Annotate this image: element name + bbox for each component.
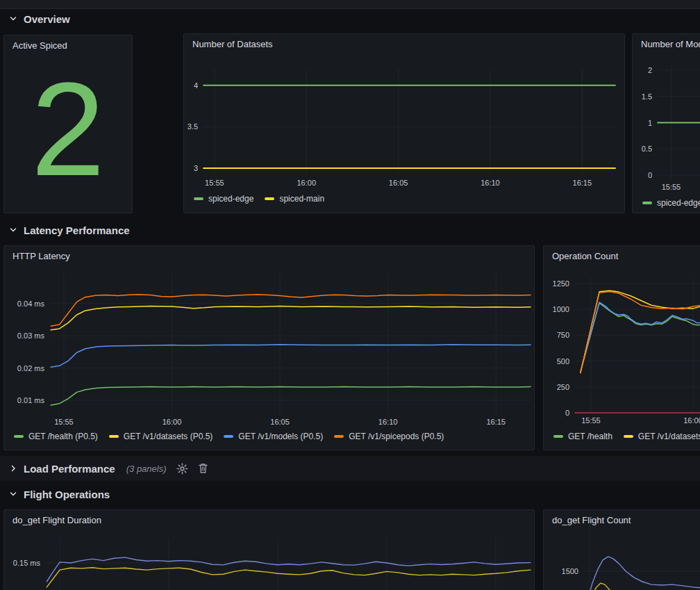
svg-text:4: 4 xyxy=(194,81,198,90)
svg-text:0: 0 xyxy=(648,171,652,179)
legend-color-chip xyxy=(109,435,119,438)
chevron-right-icon xyxy=(9,464,17,473)
svg-text:0.5: 0.5 xyxy=(642,145,652,153)
chart-number-of-datasets[interactable]: 43.5315:5516:0016:0516:1016:15 xyxy=(184,34,625,213)
panel-title[interactable]: HTTP Latency xyxy=(12,251,70,261)
svg-text:16:10: 16:10 xyxy=(481,179,500,187)
chevron-down-icon xyxy=(9,226,17,234)
svg-text:16:15: 16:15 xyxy=(573,179,592,187)
legend-item[interactable]: GET /v1/datasets xyxy=(624,432,700,441)
panel-title[interactable]: Operation Count xyxy=(552,251,618,261)
row-delete-button[interactable] xyxy=(198,463,208,474)
svg-text:0.01 ms: 0.01 ms xyxy=(17,396,45,404)
row-settings-button[interactable] xyxy=(176,463,188,475)
svg-text:3.5: 3.5 xyxy=(188,122,198,131)
svg-text:1500: 1500 xyxy=(562,567,578,575)
svg-text:1.5: 1.5 xyxy=(642,92,652,101)
svg-text:250: 250 xyxy=(557,383,569,391)
svg-text:0.04 ms: 0.04 ms xyxy=(17,300,45,308)
gear-icon xyxy=(176,463,188,475)
section-latency-performance[interactable]: Latency Performance xyxy=(9,222,130,238)
legend-label: GET /v1/spicepods (P0.5) xyxy=(349,432,444,441)
section-label: Overview xyxy=(24,13,70,25)
panel-active-spiced: Active Spiced 2 xyxy=(3,35,133,213)
svg-text:1000: 1000 xyxy=(553,305,569,313)
chevron-down-icon xyxy=(9,490,17,498)
section-label: Latency Performance xyxy=(24,224,130,236)
legend-color-chip xyxy=(624,435,633,438)
svg-text:0: 0 xyxy=(565,409,569,417)
panel-title[interactable]: Number of Models xyxy=(641,39,700,49)
legend-color-chip xyxy=(334,435,344,438)
svg-text:0.02 ms: 0.02 ms xyxy=(17,364,45,372)
panel-count-badge: (3 panels) xyxy=(126,464,167,474)
svg-text:500: 500 xyxy=(557,357,569,366)
chart-legend: spiced-edge xyxy=(642,198,700,208)
svg-text:15:55: 15:55 xyxy=(662,183,681,191)
panel-title[interactable]: do_get Flight Count xyxy=(552,515,631,525)
grafana-dashboard: Overview Active Spiced 2 Number of Datas… xyxy=(0,0,700,590)
chart-http-latency[interactable]: 0.04 ms0.03 ms0.02 ms0.01 ms15:5516:0016… xyxy=(4,246,535,450)
legend-label: GET /v1/datasets xyxy=(638,432,700,441)
section-overview[interactable]: Overview xyxy=(9,10,70,27)
legend-label: GET /v1/datasets (P0.5) xyxy=(124,432,213,441)
chart-legend: GET /health (P0.5)GET /v1/datasets (P0.5… xyxy=(14,432,444,441)
panel-title[interactable]: Number of Datasets xyxy=(192,39,273,49)
svg-text:1250: 1250 xyxy=(553,279,569,288)
legend-item[interactable]: GET /v1/models (P0.5) xyxy=(224,432,323,441)
legend-color-chip xyxy=(14,435,24,438)
legend-color-chip xyxy=(642,202,652,204)
section-label: Flight Operations xyxy=(24,489,110,500)
legend-item[interactable]: GET /v1/datasets (P0.5) xyxy=(109,432,213,441)
trash-icon xyxy=(198,463,208,474)
legend-color-chip xyxy=(224,435,233,438)
legend-color-chip xyxy=(265,197,274,200)
svg-text:15:55: 15:55 xyxy=(54,418,74,426)
legend-item[interactable]: GET /v1/spicepods (P0.5) xyxy=(334,432,444,441)
legend-item[interactable]: GET /health xyxy=(553,432,612,441)
legend-color-chip xyxy=(553,435,563,438)
top-toolbar xyxy=(0,0,700,9)
legend-label: GET /health (P0.5) xyxy=(28,432,98,441)
panel-title[interactable]: Active Spiced xyxy=(12,40,67,51)
section-load-performance[interactable]: Load Performance (3 panels) xyxy=(0,456,700,481)
panel-http-latency: HTTP Latency 0.04 ms0.03 ms0.02 ms0.01 m… xyxy=(3,245,535,450)
legend-label: GET /v1/models (P0.5) xyxy=(238,432,323,441)
stat-value: 2 xyxy=(4,45,132,213)
chart-number-of-models[interactable]: 21.510.5015:55 xyxy=(633,34,700,213)
legend-item[interactable]: spiced-main xyxy=(265,194,324,204)
chevron-down-icon xyxy=(9,15,17,23)
svg-text:16:15: 16:15 xyxy=(486,418,506,426)
svg-text:2: 2 xyxy=(648,66,652,74)
svg-text:0.15 ms: 0.15 ms xyxy=(13,559,41,567)
panel-do-get-flight-count: do_get Flight Count 1500 xyxy=(543,509,700,590)
svg-text:16:00: 16:00 xyxy=(683,416,700,425)
legend-color-chip xyxy=(194,197,203,200)
svg-text:16:00: 16:00 xyxy=(297,179,316,187)
legend-item[interactable]: GET /health (P0.5) xyxy=(14,432,98,441)
panel-do-get-flight-duration: do_get Flight Duration 0.15 ms xyxy=(3,509,535,590)
legend-label: spiced-main xyxy=(279,194,324,204)
panel-title[interactable]: do_get Flight Duration xyxy=(12,515,101,525)
svg-text:15:55: 15:55 xyxy=(581,416,601,425)
legend-item[interactable]: spiced-edge xyxy=(194,194,253,204)
svg-text:16:00: 16:00 xyxy=(162,418,182,426)
chart-legend: spiced-edgespiced-main xyxy=(194,194,324,204)
legend-label: GET /health xyxy=(568,432,612,441)
svg-text:15:55: 15:55 xyxy=(205,179,224,187)
panel-number-of-models: Number of Models 21.510.5015:55 spiced-e… xyxy=(632,33,700,213)
chart-operation-count[interactable]: 12501000750500250015:5516:00 xyxy=(544,246,700,450)
legend-item[interactable]: spiced-edge xyxy=(642,198,700,208)
svg-text:1: 1 xyxy=(648,119,652,127)
legend-label: spiced-edge xyxy=(208,194,253,204)
panel-number-of-datasets: Number of Datasets 43.5315:5516:0016:051… xyxy=(183,33,625,213)
svg-text:16:05: 16:05 xyxy=(270,418,290,426)
section-flight-operations[interactable]: Flight Operations xyxy=(9,486,110,502)
svg-text:16:10: 16:10 xyxy=(378,418,398,426)
panel-operation-count: Operation Count 12501000750500250015:551… xyxy=(543,245,700,450)
chart-legend: GET /healthGET /v1/datasets xyxy=(553,432,700,441)
legend-label: spiced-edge xyxy=(657,198,700,208)
section-label: Load Performance xyxy=(24,463,115,475)
svg-text:750: 750 xyxy=(557,331,569,339)
svg-text:16:05: 16:05 xyxy=(389,179,408,187)
